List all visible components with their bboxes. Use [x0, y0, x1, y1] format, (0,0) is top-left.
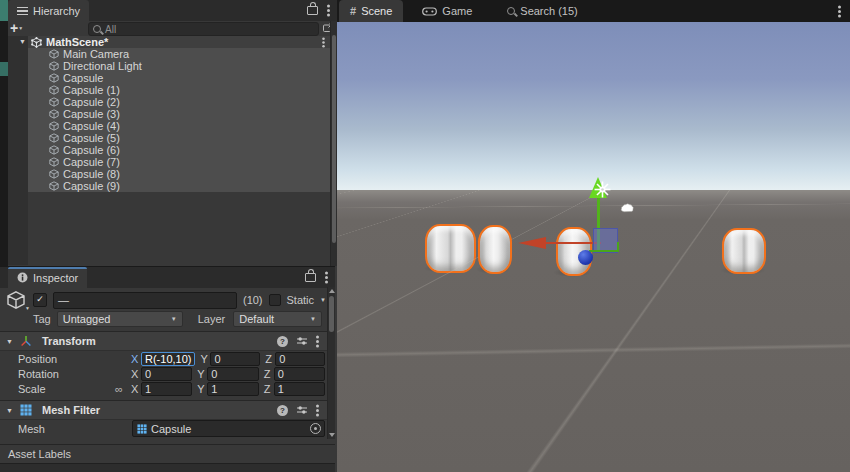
hierarchy-row-capsule-1[interactable]: Capsule (1)	[8, 84, 337, 96]
hierarchy-row-capsule-9[interactable]: Capsule (9)	[8, 180, 337, 192]
gizmo-center-handle[interactable]	[578, 250, 593, 265]
axis-y-label[interactable]: Y	[200, 353, 207, 365]
link-scale-icon[interactable]: ∞	[115, 384, 131, 394]
help-icon[interactable]: ?	[277, 405, 288, 416]
scroll-up-icon[interactable]	[329, 289, 335, 293]
rotation-x-field[interactable]: 0	[141, 367, 192, 381]
foldout-icon[interactable]: ▼	[19, 36, 27, 48]
hierarchy-row-capsule-2[interactable]: Capsule (2)	[8, 96, 337, 108]
hierarchy-row-capsule-8[interactable]: Capsule (8)	[8, 168, 337, 180]
component-title: Mesh Filter	[42, 404, 100, 416]
axis-x-label[interactable]: X	[131, 353, 138, 365]
tab-game[interactable]: Game	[411, 0, 483, 22]
scene-row[interactable]: ▼ MathScene*	[8, 36, 337, 48]
add-gameobject-button[interactable]: + ▼	[10, 21, 23, 35]
foldout-icon[interactable]: ▼	[6, 407, 14, 414]
presets-icon[interactable]	[296, 336, 308, 346]
scale-y-field[interactable]: 1	[207, 382, 258, 396]
kebab-menu-icon[interactable]	[838, 10, 841, 13]
axis-z-label[interactable]: Z	[265, 353, 272, 365]
hierarchy-scrollbar[interactable]	[330, 21, 337, 266]
active-checkbox[interactable]: ✓	[33, 293, 47, 307]
scrollbar-thumb[interactable]	[329, 296, 334, 332]
hierarchy-row-capsule-3[interactable]: Capsule (3)	[8, 108, 337, 120]
axis-z-label[interactable]: Z	[264, 383, 271, 395]
transform-header[interactable]: ▼ Transform ?	[0, 331, 328, 351]
axis-x-label[interactable]: X	[131, 383, 138, 395]
hierarchy-row-capsule-4[interactable]: Capsule (4)	[8, 120, 337, 132]
axis-y-label[interactable]: Y	[197, 368, 204, 380]
search-icon	[507, 7, 515, 15]
mesh-filter-header[interactable]: ▼ Mesh Filter ?	[0, 400, 328, 420]
cube-icon	[49, 157, 59, 167]
layer-dropdown[interactable]: Default ▼	[233, 311, 322, 327]
inspector-scrollbar[interactable]	[327, 287, 335, 439]
kebab-menu-icon[interactable]	[327, 9, 330, 12]
help-icon[interactable]: ?	[277, 336, 288, 347]
component-title: Transform	[42, 335, 96, 347]
axis-y-label[interactable]: Y	[197, 383, 204, 395]
tab-hierarchy[interactable]: Hierarchy	[8, 0, 89, 21]
scrollbar-thumb[interactable]	[332, 35, 336, 243]
cube-icon	[49, 145, 59, 155]
mesh-object-field[interactable]: Capsule	[132, 420, 325, 437]
hierarchy-row-capsule-6[interactable]: Capsule (6)	[8, 144, 337, 156]
object-picker-icon[interactable]	[310, 423, 321, 434]
gamepad-icon	[422, 7, 437, 16]
scene-capsule[interactable]	[478, 225, 512, 274]
foldout-icon[interactable]: ▼	[6, 338, 14, 345]
hierarchy-search-input[interactable]: All	[88, 22, 319, 36]
position-x-field[interactable]: R(-10,10)	[141, 352, 195, 366]
tag-dropdown[interactable]: Untagged ▼	[57, 311, 183, 327]
position-y-field[interactable]: 0	[210, 352, 260, 366]
tab-inspector[interactable]: Inspector	[8, 267, 87, 288]
dock-edge-highlight-top	[0, 0, 8, 21]
scroll-down-icon[interactable]	[329, 433, 335, 437]
lock-icon[interactable]	[307, 6, 318, 15]
component-actions: ?	[277, 336, 322, 347]
hierarchy-row-main-camera[interactable]: Main Camera	[8, 48, 337, 60]
gizmo-plane-edge	[617, 242, 619, 252]
rotation-z-field[interactable]: 0	[274, 367, 325, 381]
gameobject-name-field[interactable]: —	[53, 292, 237, 309]
asset-labels-section[interactable]: Asset Labels	[0, 445, 335, 462]
tab-scene-label: Scene	[361, 5, 392, 17]
axis-x-label[interactable]: X	[131, 368, 138, 380]
static-checkbox[interactable]	[269, 294, 281, 306]
tab-search[interactable]: Search (15)	[496, 0, 588, 22]
kebab-menu-icon[interactable]	[325, 276, 328, 279]
gizmo-x-arrow[interactable]	[518, 237, 546, 249]
axis-z-label[interactable]: Z	[264, 368, 271, 380]
info-icon	[17, 272, 28, 283]
hierarchy-row-directional-light[interactable]: Directional Light	[8, 60, 337, 72]
tab-scene[interactable]: # Scene	[339, 0, 403, 22]
scale-x-field[interactable]: 1	[141, 382, 192, 396]
hierarchy-row-capsule-7[interactable]: Capsule (7)	[8, 156, 337, 168]
hierarchy-tabbar: Hierarchy	[8, 0, 337, 21]
cube-icon	[49, 169, 59, 179]
presets-icon[interactable]	[296, 405, 308, 415]
scene-capsule-pair[interactable]	[425, 224, 476, 273]
row-label: Capsule (1)	[63, 84, 120, 96]
hierarchy-row-capsule-5[interactable]: Capsule (5)	[8, 132, 337, 144]
hierarchy-row-capsule[interactable]: Capsule	[8, 72, 337, 84]
rotation-y-field[interactable]: 0	[207, 367, 258, 381]
inspector-panel: Inspector ▼ ✓ — (10) Static ▼	[0, 266, 335, 472]
kebab-menu-icon[interactable]	[322, 41, 325, 44]
lock-icon[interactable]	[305, 273, 316, 282]
kebab-menu-icon[interactable]	[316, 340, 319, 343]
row-label: Capsule (7)	[63, 156, 120, 168]
scale-z-field[interactable]: 1	[274, 382, 325, 396]
gameobject-icon-button[interactable]: ▼	[6, 290, 27, 310]
row-label: Capsule (9)	[63, 180, 120, 192]
position-z-field[interactable]: 0	[275, 352, 325, 366]
cube-icon	[49, 121, 59, 131]
scene-viewport[interactable]	[337, 22, 850, 472]
inspector-tabbar: Inspector	[0, 267, 335, 288]
scene-capsule-pair[interactable]	[722, 228, 766, 274]
cube-icon	[49, 181, 59, 191]
kebab-menu-icon[interactable]	[316, 409, 319, 412]
static-dropdown-icon[interactable]: ▼	[320, 297, 326, 303]
tab-inspector-label: Inspector	[33, 272, 78, 284]
cube-icon	[49, 133, 59, 143]
